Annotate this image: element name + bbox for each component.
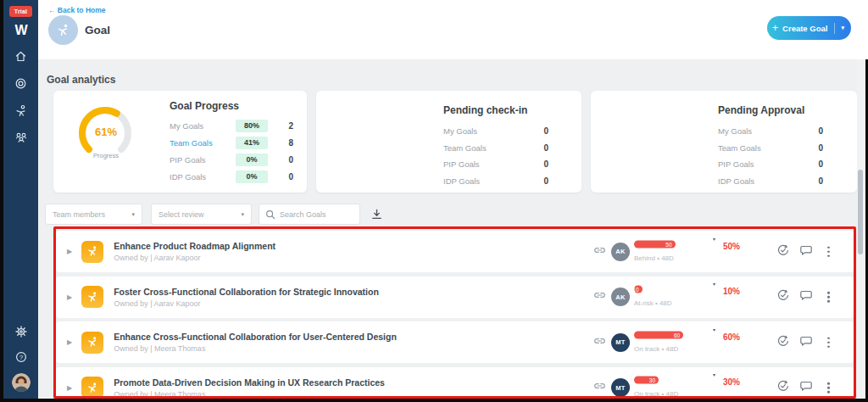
help-icon[interactable]: ? bbox=[12, 348, 31, 366]
svg-text:?: ? bbox=[19, 354, 23, 361]
goal-percent: 30% bbox=[723, 377, 740, 387]
checkin-icon[interactable] bbox=[776, 379, 790, 396]
kebab-menu-icon[interactable] bbox=[825, 289, 832, 305]
chevron-down-icon: ▾ bbox=[131, 211, 135, 218]
target-icon[interactable] bbox=[12, 74, 31, 92]
chevron-down-icon[interactable]: ▾ bbox=[839, 25, 846, 31]
link-icon[interactable] bbox=[593, 289, 606, 305]
row-label: PIP Goals bbox=[718, 159, 754, 169]
goal-title[interactable]: Enhance Product Roadmap Alignment bbox=[114, 241, 275, 251]
scrollbar-thumb[interactable] bbox=[858, 170, 863, 254]
goal-page-icon bbox=[48, 15, 78, 45]
row-count: 2 bbox=[276, 121, 293, 131]
progress-fill: 60 bbox=[634, 331, 683, 338]
settings-gear-icon[interactable] bbox=[12, 322, 31, 341]
checkin-icon[interactable] bbox=[776, 288, 790, 305]
percent-badge: 41% bbox=[236, 137, 268, 149]
team-icon[interactable] bbox=[12, 128, 31, 147]
goal-title[interactable]: Enhance Cross-Functional Collaboration f… bbox=[114, 332, 397, 342]
download-icon[interactable] bbox=[370, 208, 383, 224]
pending-approval-rows: My Goals 0 Team Goals 0 PIP Goals 0 IDP … bbox=[718, 123, 823, 189]
goal-person-icon[interactable] bbox=[12, 101, 31, 120]
checkin-icon[interactable] bbox=[776, 334, 790, 351]
expand-chevron-icon[interactable]: ▶ bbox=[67, 293, 72, 301]
link-icon[interactable] bbox=[593, 334, 606, 350]
goal-type-icon bbox=[81, 286, 103, 308]
comment-icon[interactable] bbox=[799, 379, 813, 396]
progress-bar: ▾ 10 At-risk • 48D bbox=[634, 286, 716, 309]
goal-progress-row: Team Goals 41% 8 bbox=[170, 134, 293, 151]
search-goals-input[interactable] bbox=[280, 210, 352, 219]
expand-chevron-icon[interactable]: ▶ bbox=[67, 338, 72, 346]
app-frame: Trial W ? bbox=[0, 0, 868, 402]
pending-row: PIP Goals 0 bbox=[718, 156, 823, 173]
checkin-icon[interactable] bbox=[776, 243, 790, 260]
team-members-select[interactable]: Team members ▾ bbox=[45, 204, 142, 225]
app-logo: W bbox=[14, 23, 26, 38]
main-area: ← Back to Home Goal + Create Goal ▾ Goal… bbox=[38, 0, 865, 399]
row-count: 0 bbox=[543, 176, 548, 186]
goal-progress-row: My Goals 80% 2 bbox=[170, 117, 293, 134]
row-label: IDP Goals bbox=[443, 176, 480, 186]
link-icon[interactable] bbox=[593, 380, 606, 396]
pending-checkin-rows: My Goals 0 Team Goals 0 PIP Goals 0 IDP … bbox=[443, 123, 548, 189]
user-avatar-photo[interactable] bbox=[12, 373, 31, 392]
back-to-home-link[interactable]: ← Back to Home bbox=[48, 6, 106, 14]
kebab-menu-icon[interactable] bbox=[825, 334, 832, 350]
row-count: 8 bbox=[276, 138, 293, 148]
goal-owner: Owned by | Meera Thomas bbox=[114, 390, 385, 399]
expand-chevron-icon[interactable]: ▶ bbox=[67, 248, 72, 255]
row-count: 0 bbox=[818, 176, 823, 186]
target-marker-icon: ▾ bbox=[713, 235, 715, 241]
progress-fill: 30 bbox=[634, 377, 659, 384]
row-label[interactable]: Team Goals bbox=[170, 138, 236, 148]
row-count: 0 bbox=[543, 159, 548, 169]
card-title: Pending Approval bbox=[718, 104, 823, 116]
gauge-percent: 61% bbox=[72, 126, 140, 138]
row-label: Team Goals bbox=[718, 143, 761, 153]
row-label: My Goals bbox=[718, 126, 752, 136]
goal-progress-rows: My Goals 80% 2 Team Goals 41% 8 PIP Goal… bbox=[170, 117, 293, 185]
trial-badge: Trial bbox=[9, 6, 32, 17]
goal-owner: Owned by | Aarav Kapoor bbox=[114, 299, 379, 308]
goal-owner: Owned by | Meera Thomas bbox=[114, 344, 397, 353]
pending-row: PIP Goals 0 bbox=[443, 156, 548, 173]
scrollbar-track[interactable] bbox=[857, 59, 864, 399]
team-members-value: Team members bbox=[53, 210, 105, 219]
search-icon bbox=[265, 209, 275, 220]
progress-bar: ▾ 50 Behind • 48D bbox=[634, 240, 716, 263]
home-icon[interactable] bbox=[12, 47, 31, 65]
pending-row: Team Goals 0 bbox=[718, 140, 823, 157]
pending-row: IDP Goals 0 bbox=[443, 173, 548, 190]
select-review-select[interactable]: Select review ▾ bbox=[151, 204, 252, 225]
card-title: Pending check-in bbox=[443, 104, 548, 116]
goal-percent: 10% bbox=[723, 287, 740, 296]
row-label: PIP Goals bbox=[170, 155, 236, 165]
progress-gauge: 61% Progress bbox=[72, 103, 140, 179]
button-divider bbox=[834, 23, 835, 34]
goal-owner: Owned by | Aarav Kapoor bbox=[114, 254, 275, 262]
section-title: Goal analytics bbox=[47, 74, 115, 86]
pending-row: My Goals 0 bbox=[443, 123, 548, 140]
kebab-menu-icon[interactable] bbox=[825, 243, 832, 260]
chevron-down-icon: ▾ bbox=[241, 211, 244, 218]
goal-type-icon bbox=[81, 377, 103, 399]
expand-chevron-icon[interactable]: ▶ bbox=[67, 384, 72, 392]
link-icon[interactable] bbox=[593, 243, 606, 260]
row-label: My Goals bbox=[443, 126, 477, 136]
goal-title[interactable]: Promote Data-Driven Decision Making in U… bbox=[114, 377, 385, 388]
create-goal-button[interactable]: + Create Goal ▾ bbox=[767, 16, 851, 40]
search-goals-box bbox=[259, 204, 360, 225]
owner-avatar: AK bbox=[611, 288, 630, 306]
goal-progress-row: PIP Goals 0% 0 bbox=[170, 151, 293, 168]
goal-type-icon bbox=[81, 241, 103, 263]
kebab-menu-icon[interactable] bbox=[825, 380, 832, 396]
row-count: 0 bbox=[276, 155, 293, 165]
target-marker-icon: ▾ bbox=[713, 371, 715, 377]
gauge-label: Progress bbox=[72, 152, 140, 159]
pending-row: IDP Goals 0 bbox=[718, 173, 823, 190]
comment-icon[interactable] bbox=[799, 334, 813, 351]
comment-icon[interactable] bbox=[799, 243, 813, 260]
goal-title[interactable]: Foster Cross-Functional Collaboration fo… bbox=[114, 287, 379, 297]
comment-icon[interactable] bbox=[799, 288, 813, 305]
